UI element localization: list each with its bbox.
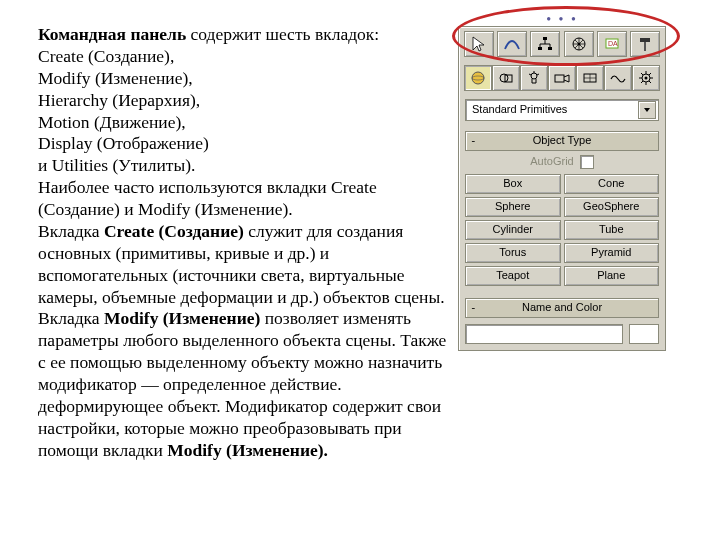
line-hierarchy: Hierarchy (Иерархия), [38, 90, 200, 110]
tab-create[interactable] [464, 31, 494, 57]
light-icon [525, 69, 543, 87]
hammer-icon [636, 35, 654, 53]
sphere-icon [469, 69, 487, 87]
object-color-swatch[interactable] [629, 324, 659, 344]
name-color-header[interactable]: - Name and Color [465, 298, 659, 318]
btn-cylinder[interactable]: Cylinder [465, 220, 561, 240]
name-color-title: Name and Color [466, 301, 658, 315]
svg-point-13 [531, 73, 537, 79]
wheel-icon [570, 35, 588, 53]
line-modify: Modify (Изменение), [38, 68, 193, 88]
svg-point-9 [472, 72, 484, 84]
object-type-grid: Box Cone Sphere GeoSphere Cylinder Tube … [459, 171, 665, 292]
primitives-dropdown[interactable]: Standard Primitives [465, 99, 659, 121]
cat-systems[interactable] [632, 65, 660, 91]
helper-icon [581, 69, 599, 87]
btn-cone[interactable]: Cone [564, 174, 660, 194]
cursor-icon [470, 35, 488, 53]
btn-teapot[interactable]: Teapot [465, 266, 561, 286]
description-text: Командная панель содержит шесть вкладок:… [38, 24, 458, 462]
arc-icon [503, 35, 521, 53]
lead-bold: Командная панель [38, 24, 191, 44]
line-display: Display (Отображение) [38, 133, 209, 153]
btn-box[interactable]: Box [465, 174, 561, 194]
object-type-header[interactable]: - Object Type [465, 131, 659, 151]
cat-lights[interactable] [520, 65, 548, 91]
dropdown-row: Standard Primitives [459, 95, 665, 125]
tab-display[interactable]: DA [597, 31, 627, 57]
tab-motion[interactable] [564, 31, 594, 57]
svg-rect-1 [538, 47, 542, 50]
display-icon: DA [603, 35, 621, 53]
line-motion: Motion (Движение), [38, 112, 186, 132]
cat-geometry[interactable] [464, 65, 492, 91]
svg-rect-8 [640, 38, 650, 42]
btn-plane[interactable]: Plane [564, 266, 660, 286]
btn-tube[interactable]: Tube [564, 220, 660, 240]
tab-hierarchy[interactable] [530, 31, 560, 57]
category-row [459, 61, 665, 95]
svg-rect-0 [543, 37, 547, 40]
chevron-down-icon [643, 106, 651, 114]
autogrid-checkbox[interactable] [580, 155, 594, 169]
paragraph-3: Вкладка Create (Создание) служит для соз… [38, 221, 446, 460]
cat-helpers[interactable] [576, 65, 604, 91]
svg-rect-14 [555, 75, 564, 82]
svg-rect-7 [644, 42, 646, 51]
line-utilities: и Utilities (Утилиты). [38, 155, 195, 175]
cat-shapes[interactable] [492, 65, 520, 91]
tab-utilities[interactable] [630, 31, 660, 57]
svg-rect-2 [548, 47, 552, 50]
camera-icon [553, 69, 571, 87]
shapes-icon [497, 69, 515, 87]
panel-body: DA [458, 26, 666, 351]
object-name-input[interactable] [465, 324, 623, 344]
line-create: Create (Создание), [38, 46, 174, 66]
btn-geosphere[interactable]: GeoSphere [564, 197, 660, 217]
dropdown-value: Standard Primitives [472, 103, 567, 117]
paragraph-2: Наиболее часто используются вкладки Crea… [38, 177, 377, 219]
object-type-title: Object Type [466, 134, 658, 148]
btn-pyramid[interactable]: Pyramid [564, 243, 660, 263]
svg-point-17 [645, 77, 648, 80]
cat-cameras[interactable] [548, 65, 576, 91]
btn-torus[interactable]: Torus [465, 243, 561, 263]
autogrid-label: AutoGrid [530, 155, 573, 169]
dropdown-arrow[interactable] [638, 101, 656, 119]
gear-icon [637, 69, 655, 87]
lead-rest: содержит шесть вкладок: [191, 24, 380, 44]
hierarchy-icon [536, 35, 554, 53]
tab-modify[interactable] [497, 31, 527, 57]
name-color-body [459, 318, 665, 350]
autogrid-row: AutoGrid [459, 151, 665, 171]
svg-text:DA: DA [608, 40, 618, 47]
btn-sphere[interactable]: Sphere [465, 197, 561, 217]
main-tabs-row: DA [459, 27, 665, 61]
wave-icon [609, 69, 627, 87]
cat-spacewarps[interactable] [604, 65, 632, 91]
command-panel: • • • DA [458, 16, 666, 351]
panel-grip-dots: • • • [458, 16, 666, 26]
